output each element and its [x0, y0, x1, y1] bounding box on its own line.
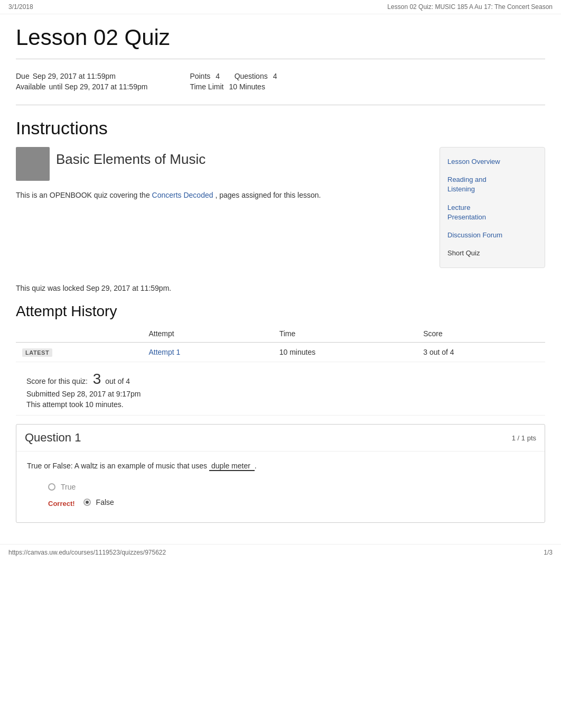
footer-bar: https://canvas.uw.edu/courses/1119523/qu… [0, 544, 561, 560]
openbook-text-before: This is an OPENBOOK quiz covering the [16, 191, 150, 199]
sidebar-item-reading-listening[interactable]: Reading andListening [440, 171, 545, 198]
col-badge [16, 325, 142, 343]
instructions-title: Instructions [16, 118, 545, 139]
q1-text-before: True or False: A waltz is an example of … [27, 462, 207, 470]
col-attempt: Attempt [142, 325, 273, 343]
book-card: Basic Elements of Music [16, 147, 429, 181]
attempt-link-cell[interactable]: Attempt 1 [142, 343, 273, 362]
sidebar-item-lesson-overview[interactable]: Lesson Overview [440, 153, 545, 171]
due-value: Sep 29, 2017 at 11:59pm [33, 72, 116, 80]
score-big: 3 [93, 371, 101, 387]
top-bar: 3/1/2018 Lesson 02 Quiz: MUSIC 185 A Au … [0, 0, 561, 14]
answer-options-q1: True Correct! False [48, 483, 534, 508]
question-1-header: Question 1 1 / 1 pts [16, 425, 545, 451]
points-label: Points [190, 72, 210, 80]
option-false[interactable]: False [83, 498, 114, 506]
due-label: Due [16, 72, 30, 80]
available-value: until Sep 29, 2017 at 11:59pm [49, 82, 148, 91]
score-summary: Score for this quiz: 3 out of 4 Submitte… [16, 362, 545, 416]
attempt-table: Attempt Time Score LATEST Attempt 1 10 m… [16, 325, 545, 362]
score-out-of: out of 4 [105, 377, 130, 385]
attempt-1-link[interactable]: Attempt 1 [148, 348, 180, 356]
attempt-history-title: Attempt History [16, 303, 545, 320]
correct-badge: Correct! [48, 500, 75, 508]
question-1-pts: 1 / 1 pts [512, 434, 536, 442]
latest-badge: LATEST [16, 343, 142, 362]
score-line-1: Score for this quiz: 3 out of 4 [26, 371, 545, 388]
question-1-title: Question 1 [25, 431, 81, 445]
sidebar-item-discussion-forum[interactable]: Discussion Forum [440, 226, 545, 244]
question-1-text: True or False: A waltz is an example of … [27, 460, 534, 472]
question-1-body: True or False: A waltz is an example of … [16, 451, 545, 522]
sidebar-item-short-quiz: Short Quiz [440, 244, 545, 262]
book-thumbnail [16, 147, 50, 181]
option-true[interactable]: True [48, 483, 534, 491]
top-bar-title: Lesson 02 Quiz: MUSIC 185 A Au 17: The C… [387, 3, 553, 11]
quiz-title: Lesson 02 Quiz [16, 14, 545, 59]
openbook-text: This is an OPENBOOK quiz covering the Co… [16, 189, 429, 201]
col-time: Time [273, 325, 417, 343]
col-score: Score [417, 325, 545, 343]
score-took: This attempt took 10 minutes. [26, 400, 545, 409]
top-bar-date: 3/1/2018 [8, 3, 33, 11]
option-true-label: True [61, 483, 76, 491]
radio-false[interactable] [83, 499, 91, 506]
attempt-time: 10 minutes [273, 343, 417, 362]
openbook-text-after: , pages assigned for this lesson. [215, 191, 321, 199]
score-submitted: Submitted Sep 28, 2017 at 9:17pm [26, 390, 545, 398]
footer-page: 1/3 [544, 549, 553, 556]
score-label: Score for this quiz: [26, 377, 88, 385]
instructions-main: Basic Elements of Music This is an OPENB… [16, 147, 429, 268]
points-value: 4 [216, 72, 220, 80]
available-label: Available [16, 82, 46, 91]
time-limit-label: Time Limit [190, 82, 223, 91]
radio-true[interactable] [48, 483, 55, 491]
sidebar-item-lecture-presentation[interactable]: LecturePresentation [440, 199, 545, 226]
instructions-area: Basic Elements of Music This is an OPENB… [16, 147, 545, 268]
q1-text-after: . [255, 462, 257, 470]
quiz-meta: Due Sep 29, 2017 at 11:59pm Available un… [16, 68, 545, 99]
questions-value: 4 [273, 72, 277, 80]
time-limit-value: 10 Minutes [229, 82, 265, 91]
option-false-label: False [96, 498, 114, 506]
lock-notice: This quiz was locked Sep 29, 2017 at 11:… [16, 284, 545, 292]
q1-blank: duple meter [209, 462, 255, 471]
question-1-block: Question 1 1 / 1 pts True or False: A wa… [16, 424, 545, 522]
book-title: Basic Elements of Music [56, 151, 205, 168]
footer-url: https://canvas.uw.edu/courses/1119523/qu… [8, 549, 166, 556]
attempt-score: 3 out of 4 [417, 343, 545, 362]
questions-label: Questions [235, 72, 268, 80]
sidebar-nav: Lesson Overview Reading andListening Lec… [440, 147, 545, 268]
book-link[interactable]: Concerts Decoded [152, 191, 213, 199]
table-row: LATEST Attempt 1 10 minutes 3 out of 4 [16, 343, 545, 362]
